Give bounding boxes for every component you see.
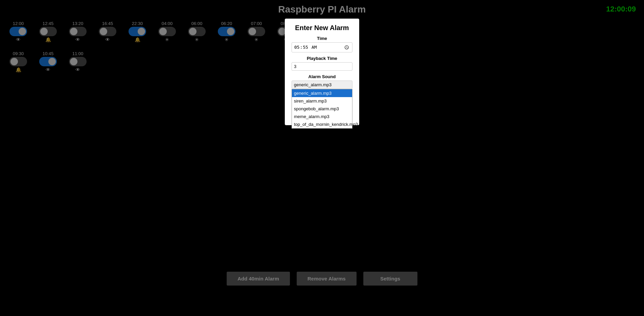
dropdown-option[interactable]: meme_alarm.mp3 — [292, 113, 352, 120]
time-label: Time — [292, 36, 352, 41]
alarm-sound-label: Alarm Sound — [292, 74, 352, 79]
time-input[interactable] — [292, 42, 352, 52]
alarm-sound-wrapper: generic_alarm.mp3generic_alarm.mp3siren_… — [292, 81, 352, 89]
modal-overlay: Enter New Alarm Time Playback Time Alarm… — [0, 0, 644, 316]
modal-title: Enter New Alarm — [292, 24, 352, 32]
dropdown-option[interactable]: generic_alarm.mp3 — [292, 89, 352, 97]
alarm-sound-dropdown[interactable]: generic_alarm.mp3siren_alarm.mp3spongebo… — [292, 89, 352, 129]
alarm-sound-select[interactable]: generic_alarm.mp3generic_alarm.mp3siren_… — [292, 81, 352, 89]
playback-label: Playback Time — [292, 56, 352, 61]
modal: Enter New Alarm Time Playback Time Alarm… — [285, 19, 359, 125]
dropdown-option[interactable]: siren_alarm.mp3 — [292, 97, 352, 105]
playback-input[interactable] — [292, 62, 352, 71]
dropdown-option[interactable]: spongebob_alarm.mp3 — [292, 105, 352, 113]
dropdown-option[interactable]: top_of_da_mornin_kendrick.mp3 — [292, 120, 352, 128]
